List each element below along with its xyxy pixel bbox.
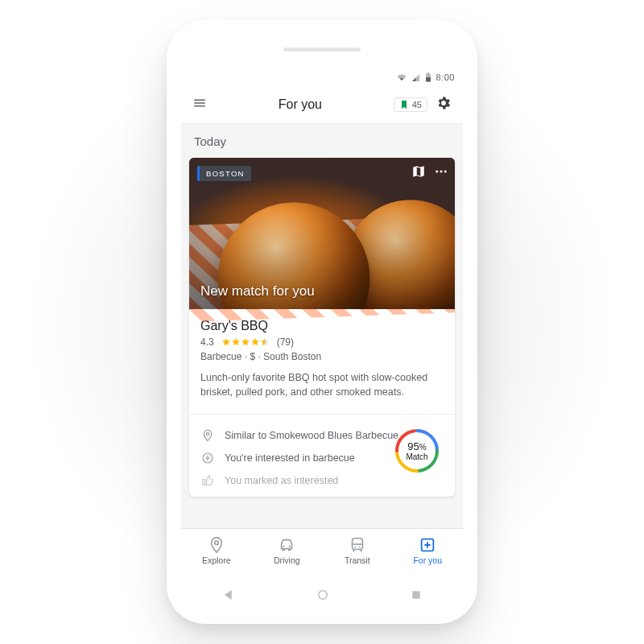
match-text: 95% Match [394, 427, 440, 474]
place-category: Barbecue [200, 351, 242, 362]
nav-transit[interactable]: Transit [322, 529, 393, 572]
rating-stars-icon [219, 337, 272, 347]
svg-point-12 [289, 546, 291, 547]
status-time: 8:00 [436, 72, 455, 82]
rating-row: 4.3 [200, 336, 444, 348]
for-you-icon [419, 536, 436, 554]
svg-point-15 [354, 547, 356, 548]
nav-explore[interactable]: Explore [181, 529, 252, 572]
home-key-icon[interactable] [316, 588, 330, 602]
nav-label: For you [413, 555, 442, 565]
svg-rect-2 [426, 77, 431, 81]
match-score-ring[interactable]: 95% Match [394, 427, 440, 474]
bottom-nav: Explore Driving Transit For you [181, 528, 463, 572]
reason-label: You marked as interested [225, 475, 338, 486]
pin-icon [200, 429, 215, 442]
app-bar: For you 45 [181, 86, 463, 124]
car-icon [278, 536, 295, 554]
page-title: For you [207, 97, 394, 112]
status-bar: 8:00 [181, 68, 463, 86]
menu-icon[interactable] [192, 96, 207, 114]
place-meta: Barbecue · $ · South Boston [200, 351, 444, 362]
nav-for-you[interactable]: For you [393, 529, 464, 572]
svg-rect-1 [427, 72, 428, 74]
pin-outline-icon [208, 536, 225, 554]
card-hero-image: BOSTON New match for you [189, 158, 455, 309]
nav-label: Driving [274, 555, 300, 565]
svg-point-16 [358, 547, 360, 548]
battery-icon [425, 72, 431, 82]
reason-label: You're interested in barbecue [225, 452, 355, 464]
svg-rect-19 [413, 591, 420, 598]
rating-count: (79) [277, 336, 294, 348]
back-key-icon[interactable] [221, 588, 236, 602]
place-card[interactable]: BOSTON New match for you Gary's BBQ [189, 158, 455, 497]
match-label: Match [406, 452, 427, 461]
transit-icon [349, 536, 366, 554]
svg-point-7 [206, 433, 208, 436]
plus-circle-icon [200, 452, 215, 464]
place-description: Lunch-only favorite BBQ hot spot with sl… [200, 370, 444, 399]
hero-caption: New match for you [200, 283, 315, 299]
rating-value: 4.3 [200, 336, 214, 348]
svg-point-10 [214, 541, 218, 545]
phone-frame: 8:00 For you 45 Today [167, 20, 477, 624]
place-area: South Boston [263, 351, 321, 362]
svg-point-3 [436, 171, 438, 173]
section-today-header: Today [181, 124, 463, 158]
phone-speaker [283, 47, 361, 52]
location-chip[interactable]: BOSTON [197, 166, 251, 181]
divider [189, 414, 455, 415]
recents-key-icon[interactable] [410, 588, 423, 601]
cell-signal-icon [411, 73, 420, 82]
thumbs-up-icon [200, 474, 215, 487]
wifi-icon [397, 73, 407, 82]
reasons-section: Similar to Smokewood Blues Barbecue You'… [189, 423, 455, 497]
app-screen: 8:00 For you 45 Today [181, 68, 463, 572]
map-icon[interactable] [411, 164, 426, 182]
settings-icon[interactable] [436, 95, 452, 114]
saved-places-badge[interactable]: 45 [394, 97, 427, 112]
saved-count: 45 [412, 100, 422, 109]
svg-point-5 [444, 171, 447, 173]
bookmark-icon [399, 100, 409, 109]
svg-point-11 [283, 546, 284, 547]
match-percent: 95 [407, 440, 419, 452]
place-name: Gary's BBQ [200, 319, 444, 333]
nav-label: Transit [345, 555, 370, 565]
reason-label: Similar to Smokewood Blues Barbecue [225, 430, 398, 441]
svg-point-18 [319, 591, 328, 600]
more-icon[interactable] [434, 164, 448, 182]
nav-label: Explore [202, 555, 231, 565]
android-navbar [181, 579, 463, 611]
nav-driving[interactable]: Driving [252, 529, 323, 572]
card-body: Gary's BBQ 4.3 [189, 309, 455, 406]
svg-point-4 [440, 171, 443, 173]
